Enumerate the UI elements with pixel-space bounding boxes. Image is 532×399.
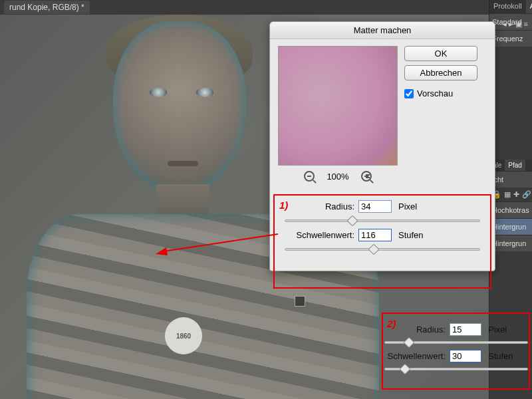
lock-icon-row[interactable]: 🔒 ▦ ✚ 🔗 xyxy=(489,188,532,201)
zoom-out-icon[interactable] xyxy=(304,171,315,182)
annotation-box-1 xyxy=(273,194,491,289)
params-group-2: Radius: Pixel Schwellenwert: Stufen xyxy=(384,319,528,372)
preview-checkbox-label: Vorschau xyxy=(417,88,453,98)
document-tab[interactable]: rund Kopie, RGB/8) * xyxy=(4,1,90,14)
grid-icon[interactable]: ✚ xyxy=(513,190,519,199)
filter-preview[interactable] xyxy=(278,46,398,166)
club-badge: 1860 xyxy=(165,317,202,354)
threshold2-label: Schwellenwert: xyxy=(384,351,446,361)
ok-button[interactable]: OK xyxy=(404,46,477,61)
portrait-eye-right xyxy=(196,88,213,97)
preview-checkbox[interactable] xyxy=(404,89,414,98)
threshold2-input[interactable] xyxy=(450,350,481,362)
layer-hochkontrast[interactable]: Hochkotras xyxy=(489,201,532,218)
portrait-eye-left xyxy=(150,88,167,97)
panel-menu-icons[interactable]: ◂ ▸ ▣ ≡ xyxy=(499,17,532,31)
action-row-frequenz[interactable]: Frequenz xyxy=(489,30,532,47)
dialog-title: Matter machen xyxy=(270,22,495,39)
threshold2-slider[interactable] xyxy=(384,368,528,370)
radius2-input[interactable] xyxy=(450,323,481,336)
annotation-label-1: 1) xyxy=(279,200,288,211)
radius2-slider[interactable] xyxy=(384,341,528,344)
tab-aktionen[interactable]: Aktionen xyxy=(526,0,532,13)
radius2-unit: Pixel xyxy=(488,325,507,334)
tab-pfade[interactable]: Pfad xyxy=(505,160,525,171)
layer-hintergrund-2[interactable]: Hintergrun xyxy=(489,235,532,251)
layer-hintergrund-1[interactable]: Hintergrun xyxy=(489,218,532,235)
document-tab-strip: rund Kopie, RGB/8) * xyxy=(0,0,532,15)
fx-icon[interactable]: ▦ xyxy=(504,190,511,199)
preview-checkbox-row[interactable]: Vorschau xyxy=(404,88,477,98)
portrait-head xyxy=(113,21,246,194)
history-panel-tabs[interactable]: Protokoll Aktionen xyxy=(489,0,532,13)
cancel-button[interactable]: Abbrechen xyxy=(404,65,477,80)
blend-mode[interactable]: icht xyxy=(489,171,532,188)
zoom-level: 100% xyxy=(327,172,348,182)
link-icon[interactable]: 🔗 xyxy=(522,190,531,199)
zoom-in-icon[interactable] xyxy=(361,171,372,182)
portrait-mouth xyxy=(168,161,198,166)
transform-handle-icon[interactable] xyxy=(295,296,305,307)
channels-tabs[interactable]: äle Pfad xyxy=(489,160,532,171)
radius2-label: Radius: xyxy=(384,325,446,334)
threshold2-unit: Stufen xyxy=(488,351,513,361)
tab-protokoll[interactable]: Protokoll xyxy=(489,0,526,13)
